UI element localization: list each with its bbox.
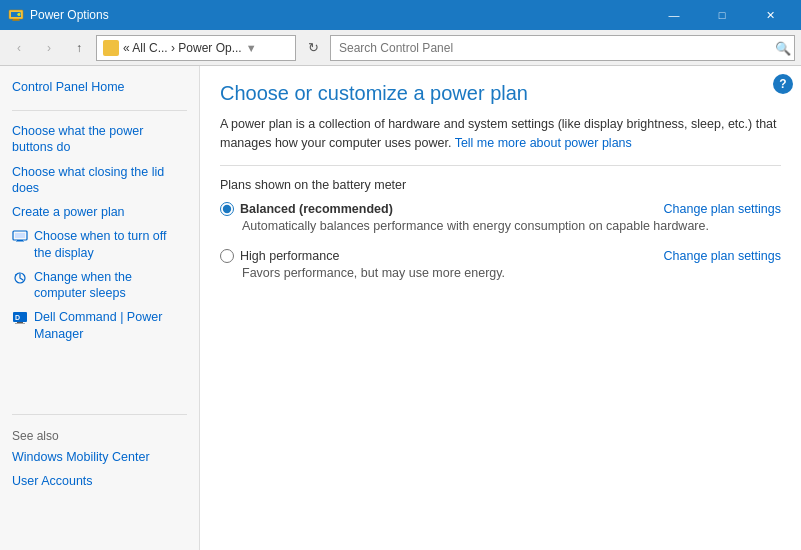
svg-rect-7	[17, 240, 23, 241]
addressbar: ‹ › ↑ « All C... › Power Op... ▼ ↻ 🔍	[0, 30, 801, 66]
svg-rect-6	[15, 233, 25, 238]
plan-desc-high-performance: Favors performance, but may use more ene…	[242, 266, 781, 280]
plan-radio-balanced[interactable]	[220, 202, 234, 216]
address-path-folder-icon	[103, 40, 119, 56]
see-also-label: See also	[0, 423, 199, 445]
sidebar-home-link[interactable]: Control Panel Home	[0, 76, 199, 102]
svg-rect-2	[13, 19, 19, 21]
minimize-button[interactable]: —	[651, 0, 697, 30]
change-plan-link-high-performance[interactable]: Change plan settings	[664, 249, 781, 263]
sidebar-link-label-display: Choose when to turn off the display	[34, 228, 187, 261]
section-divider	[220, 165, 781, 166]
plan-desc-balanced: Automatically balances performance with …	[242, 219, 781, 233]
content-area: Choose or customize a power plan A power…	[200, 66, 801, 550]
address-path[interactable]: « All C... › Power Op... ▼	[96, 35, 296, 61]
help-button[interactable]: ?	[773, 74, 793, 94]
sidebar-item-dell[interactable]: D Dell Command | Power Manager	[0, 305, 199, 346]
titlebar-controls: — □ ✕	[651, 0, 793, 30]
search-input[interactable]	[330, 35, 795, 61]
plan-item-high-performance: High performance Change plan settings Fa…	[220, 249, 781, 280]
change-plan-link-balanced[interactable]: Change plan settings	[664, 202, 781, 216]
plan-item-balanced: Balanced (recommended) Change plan setti…	[220, 202, 781, 233]
sidebar-item-sleep[interactable]: Change when the computer sleeps	[0, 265, 199, 306]
titlebar-app-icon	[8, 7, 24, 23]
titlebar-title: Power Options	[30, 8, 651, 22]
section-title: Plans shown on the battery meter	[220, 178, 781, 192]
titlebar: Power Options — □ ✕	[0, 0, 801, 30]
svg-rect-8	[16, 241, 24, 242]
sidebar-link-label-sleep: Change when the computer sleeps	[34, 269, 187, 302]
close-button[interactable]: ✕	[747, 0, 793, 30]
sleep-icon	[12, 270, 28, 286]
refresh-button[interactable]: ↻	[300, 35, 326, 61]
plan-name-high-performance: High performance	[240, 249, 339, 263]
forward-button[interactable]: ›	[36, 35, 62, 61]
svg-rect-12	[17, 322, 23, 323]
svg-rect-3	[12, 21, 20, 22]
plan-header-high-performance: High performance Change plan settings	[220, 249, 781, 263]
page-title: Choose or customize a power plan	[220, 82, 781, 105]
content-description: A power plan is a collection of hardware…	[220, 115, 781, 153]
plan-radio-row-balanced: Balanced (recommended)	[220, 202, 393, 216]
back-button[interactable]: ‹	[6, 35, 32, 61]
sidebar-divider-top	[12, 110, 187, 111]
sidebar-item-lid[interactable]: Choose what closing the lid does	[0, 160, 199, 201]
more-info-link[interactable]: Tell me more about power plans	[455, 136, 632, 150]
sidebar-item-power-buttons[interactable]: Choose what the power buttons do	[0, 119, 199, 160]
plan-radio-row-high-performance: High performance	[220, 249, 339, 263]
sidebar-link-label-lid: Choose what closing the lid does	[12, 164, 187, 197]
up-button[interactable]: ↑	[66, 35, 92, 61]
sidebar-item-mobility[interactable]: Windows Mobility Center	[0, 445, 199, 469]
sidebar-link-label-accounts: User Accounts	[12, 473, 93, 489]
plan-radio-high-performance[interactable]	[220, 249, 234, 263]
search-icon-button[interactable]: 🔍	[775, 40, 791, 55]
search-wrapper: 🔍	[330, 35, 795, 61]
window: Power Options — □ ✕ ‹ › ↑ « All C... › P…	[0, 0, 801, 550]
sidebar-link-label-dell: Dell Command | Power Manager	[34, 309, 187, 342]
sidebar-link-label-create-plan: Create a power plan	[12, 204, 125, 220]
plan-name-balanced: Balanced (recommended)	[240, 202, 393, 216]
address-dropdown-icon: ▼	[246, 42, 257, 54]
sidebar-item-accounts[interactable]: User Accounts	[0, 469, 199, 493]
sidebar-item-create-plan[interactable]: Create a power plan	[0, 200, 199, 224]
sidebar-link-label-power-buttons: Choose what the power buttons do	[12, 123, 187, 156]
svg-rect-13	[15, 323, 25, 324]
maximize-button[interactable]: □	[699, 0, 745, 30]
main-container: Control Panel Home Choose what the power…	[0, 66, 801, 550]
address-path-text: « All C... › Power Op...	[123, 41, 242, 55]
sidebar-link-label-mobility: Windows Mobility Center	[12, 449, 150, 465]
monitor-icon	[12, 229, 28, 245]
dell-icon: D	[12, 310, 28, 326]
sidebar-divider-bottom	[12, 414, 187, 415]
plan-header-balanced: Balanced (recommended) Change plan setti…	[220, 202, 781, 216]
svg-text:D: D	[15, 314, 20, 321]
sidebar-item-display[interactable]: Choose when to turn off the display	[0, 224, 199, 265]
sidebar: Control Panel Home Choose what the power…	[0, 66, 200, 550]
